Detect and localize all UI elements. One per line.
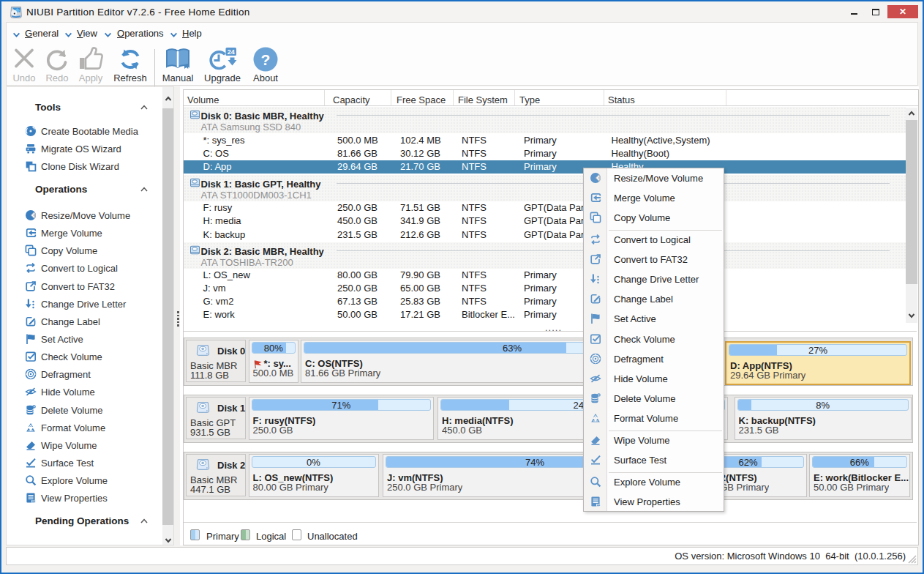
svg-text:24: 24 — [228, 48, 235, 56]
svg-text:?: ? — [261, 51, 271, 68]
